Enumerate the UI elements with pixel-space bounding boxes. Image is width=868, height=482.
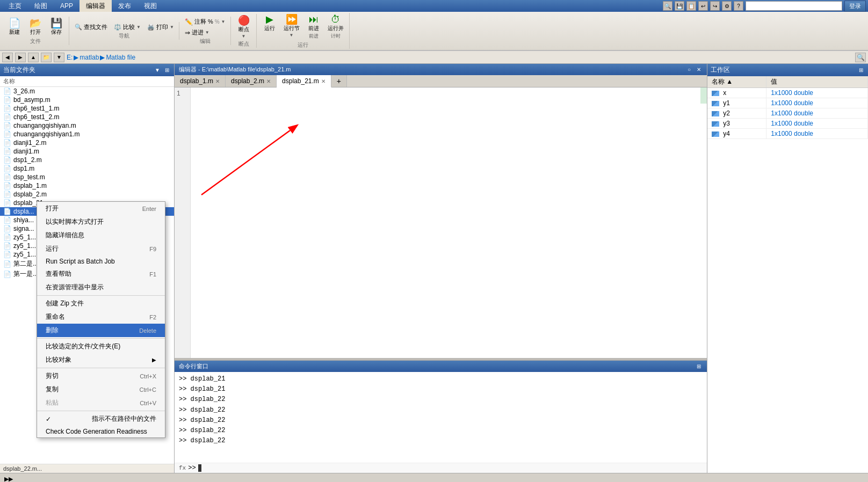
ctx-show-explorer[interactable]: 在资源管理器中显示 (37, 281, 165, 294)
var-y4-value: 1x1000 double (766, 129, 868, 139)
col-name[interactable]: 名称 (3, 77, 15, 85)
workspace-input[interactable]: 初始工作文件件 (746, 1, 842, 11)
forward-button[interactable]: ▶ (15, 53, 26, 62)
ctx-hide-details-label: 隐藏详细信息 (46, 231, 84, 240)
command-prompt-bar: fx >> (175, 463, 707, 473)
path-matlab[interactable]: matlab (79, 54, 99, 61)
tab-dsplab21-close[interactable]: ✕ (321, 78, 326, 84)
tab-dsplab21[interactable]: dsplab_21.m ✕ (277, 75, 331, 87)
tab-dsplab1-close[interactable]: ✕ (215, 78, 220, 84)
file-item[interactable]: 📄 chp6_test1_2.m (0, 113, 174, 121)
left-panel-collapse[interactable]: ▼ (154, 67, 161, 74)
edit-btns: ✏️ 注释 % % ▼ ⇒ 进进 ▼ (182, 17, 228, 38)
path-matlab-file[interactable]: Matlab file (106, 54, 135, 61)
print-label: 打印 (156, 23, 168, 31)
var-y2-name: y2 (723, 109, 730, 117)
menu-app[interactable]: APP (54, 0, 79, 12)
file-item[interactable]: 📄 bd_asymp.m (0, 96, 174, 104)
ctx-open[interactable]: 打开 Enter (37, 202, 165, 215)
var-row-y2[interactable]: y2 1x1000 double (707, 108, 868, 119)
file-item[interactable]: 📄 dsp1.m (0, 164, 174, 173)
help-icon[interactable]: ? (734, 1, 743, 11)
ctx-rename[interactable]: 重命名 F2 (37, 310, 165, 324)
clipboard-icon[interactable]: 📋 (686, 1, 696, 11)
var-row-y3[interactable]: y3 1x1000 double (707, 119, 868, 129)
redo-icon[interactable]: ↪ (710, 1, 720, 11)
up-button[interactable]: ▲ (28, 53, 39, 62)
command-expand-button[interactable]: ⊞ (695, 363, 703, 370)
menu-editor[interactable]: 编辑器 (79, 0, 112, 12)
run-time-button[interactable]: ⏱ 运行并 计时 (324, 13, 347, 41)
file-item[interactable]: 📄 dsplab_1.m (0, 181, 174, 190)
ctx-help[interactable]: 查看帮助 F1 (37, 267, 165, 281)
ctx-copy[interactable]: 复制 Ctrl+C (37, 383, 165, 396)
file-item[interactable]: 📄 3_26.m (0, 87, 174, 96)
ctx-batch[interactable]: Run Script as Batch Job (37, 255, 165, 267)
ctx-compare-obj[interactable]: 比较对象 ▶ (37, 353, 165, 367)
ctx-create-zip[interactable]: 创建 Zip 文件 (37, 297, 165, 310)
breakpoint-button[interactable]: 🔴 断点 ▼ (234, 14, 254, 40)
run-button[interactable]: ▶ 运行 (259, 13, 280, 41)
compare-button[interactable]: ⚖️ 比较 ▼ (111, 22, 143, 32)
search-icon[interactable]: 🔍 (663, 1, 672, 11)
var-row-x[interactable]: x 1x1000 double (707, 88, 868, 98)
col-name-header[interactable]: 名称 ▲ (707, 76, 766, 88)
ctx-check-icon: ✓ (46, 415, 51, 423)
editor-content[interactable]: 1 (175, 87, 707, 358)
ctx-open-live[interactable]: 以实时脚本方式打开 (37, 215, 165, 229)
file-item[interactable]: 📄 dsp_test.m (0, 173, 174, 181)
col-value-header[interactable]: 值 (766, 76, 868, 88)
find-files-button[interactable]: 🔍 查找文件 (72, 22, 110, 32)
indent-button[interactable]: ⇒ 进进 ▼ (182, 27, 228, 38)
ctx-sep3 (37, 368, 165, 368)
run-section-button[interactable]: ⏩ 运行节 ▼ (280, 13, 303, 41)
file-item[interactable]: 📄 dianji1_2.m (0, 138, 174, 147)
workspace-expand-button[interactable]: ⊞ (857, 67, 865, 74)
var-row-y1[interactable]: y1 1x1000 double (707, 98, 868, 108)
file-item[interactable]: 📄 chuangangqishiyan.m (0, 121, 174, 130)
advance-button[interactable]: ⏭ 前进 前进 (303, 13, 324, 41)
login-button[interactable]: 登录 (844, 1, 866, 12)
file-item[interactable]: 📄 dsplab_2.m (0, 190, 174, 199)
editor-close-button[interactable]: ✕ (695, 66, 703, 74)
tab-dsplab2-close[interactable]: ✕ (266, 78, 271, 84)
menu-home[interactable]: 主页 (2, 0, 28, 12)
tab-dsplab2[interactable]: dsplab_2.m ✕ (226, 75, 277, 87)
file-item[interactable]: 📄 chp6_test1_1.m (0, 104, 174, 113)
editor-min-button[interactable]: ○ (685, 66, 693, 74)
menu-view[interactable]: 视图 (138, 0, 163, 12)
back-button[interactable]: ◀ (2, 53, 13, 62)
save-icon[interactable]: 💾 (675, 1, 684, 11)
file-item[interactable]: 📄 dsp1_2.m (0, 156, 174, 164)
search-path-button[interactable]: 🔍 (855, 53, 866, 62)
save-button[interactable]: 💾 保存 (46, 17, 67, 38)
left-panel-expand[interactable]: ⊞ (163, 67, 171, 74)
file-icon: 📄 (3, 165, 11, 172)
open-button[interactable]: 📂 打开 (25, 17, 46, 38)
ctx-run[interactable]: 运行 F9 (37, 242, 165, 255)
file-item[interactable]: 📄 chuangangqishiyan1.m (0, 130, 174, 138)
ctx-cut[interactable]: 剪切 Ctrl+X (37, 369, 165, 383)
menu-publish[interactable]: 发布 (112, 0, 138, 12)
var-row-y4[interactable]: y4 1x1000 double (707, 129, 868, 139)
new-button[interactable]: 📄 新建 (4, 17, 25, 38)
path-e[interactable]: E: (67, 54, 73, 61)
editor-tabs: dsplab_1.m ✕ dsplab_2.m ✕ dsplab_21.m ✕ … (175, 75, 707, 87)
print-button[interactable]: 🖨️ 打印 ▼ (144, 22, 177, 32)
tab-dsplab1[interactable]: dsplab_1.m ✕ (175, 75, 226, 87)
ctx-check-code-gen[interactable]: Check Code Generation Readiness (37, 426, 165, 437)
comment-button[interactable]: ✏️ 注释 % % ▼ (182, 17, 228, 27)
ctx-show-not-in-path[interactable]: ✓ 指示不在路径中的文件 (37, 412, 165, 426)
add-tab-button[interactable]: + (331, 75, 347, 87)
ctx-paste[interactable]: 粘贴 Ctrl+V (37, 396, 165, 410)
ctx-compare-selected[interactable]: 比较选定的文件/文件夹(E) (37, 340, 165, 353)
ctx-delete[interactable]: 删除 Delete (37, 324, 165, 337)
menu-plot[interactable]: 绘图 (28, 0, 54, 12)
file-item[interactable]: 📄 dianji1.m (0, 147, 174, 156)
undo-icon[interactable]: ↩ (698, 1, 708, 11)
settings-icon[interactable]: ⚙ (722, 1, 732, 11)
command-content[interactable]: >> dsplab_21 >> dsplab_21 >> dsplab_22 >… (175, 372, 707, 463)
ctx-hide-details[interactable]: 隐藏详细信息 (37, 229, 165, 242)
expand-path-button[interactable]: ▼ (54, 53, 64, 62)
file-icon: 📄 (3, 199, 11, 207)
